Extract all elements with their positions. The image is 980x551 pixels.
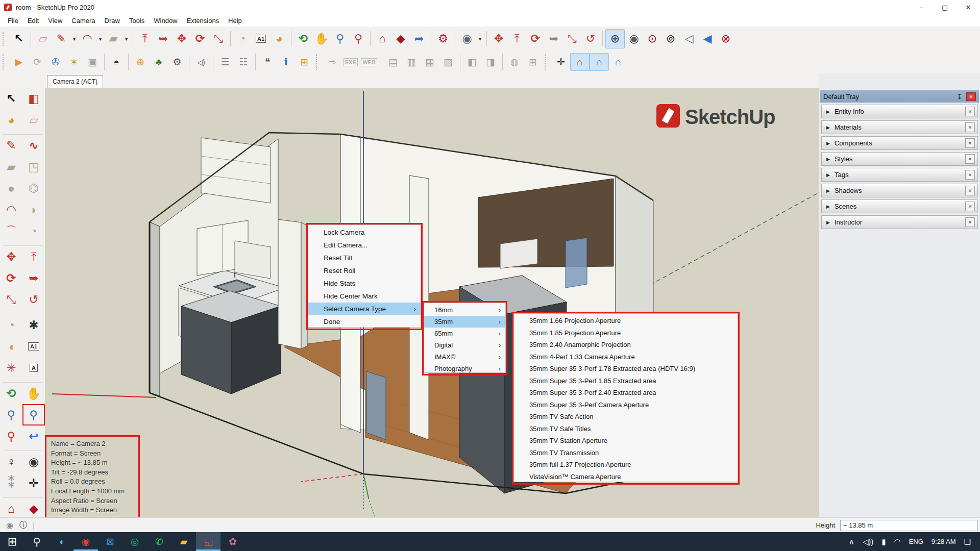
tray-section[interactable]: ▶ Scenes ✕	[821, 199, 978, 213]
push-pull-tool-icon[interactable]: ⤒	[22, 246, 45, 267]
outlook-icon[interactable]: ⊠	[98, 532, 122, 551]
extension-warehouse-icon[interactable]: ◆	[391, 30, 410, 48]
tray-close-button[interactable]: ✕	[966, 92, 976, 101]
section-close-button[interactable]: ✕	[965, 217, 975, 227]
section-close-button[interactable]: ✕	[965, 202, 975, 211]
enscape-objects-icon[interactable]: ⊕	[131, 54, 150, 70]
submenu-item[interactable]: 16mm ›	[424, 304, 505, 316]
extension-warehouse-icon[interactable]: ◆	[22, 498, 45, 519]
enscape-asset-library-icon[interactable]: ♣	[150, 54, 168, 70]
follow-me-tool-icon[interactable]: ➥	[22, 267, 45, 289]
tape-measure-tool-icon[interactable]: ◔	[233, 30, 252, 48]
position-camera-icon[interactable]: ♀	[0, 451, 22, 472]
arc-tool-dropdown[interactable]: ▾	[96, 30, 104, 48]
enscape-sync-icon[interactable]: ⟳	[28, 54, 46, 70]
menu-item[interactable]: File	[3, 17, 23, 24]
globe-icon[interactable]: ◍	[505, 54, 524, 70]
aperture-menu-item[interactable]: 35mm Super 35 3-Perf 2.40 Extracted area	[514, 387, 738, 399]
context-menu-item[interactable]: Edit Camera...	[308, 239, 421, 252]
tray-chevron-icon[interactable]: ∧	[845, 537, 859, 546]
pie-tool-icon[interactable]: ◔	[22, 220, 45, 242]
expand-arrow-icon[interactable]: ▶	[826, 172, 830, 178]
offset-tool-icon[interactable]: ↺	[581, 30, 600, 48]
aperture-menu-item[interactable]: 35mm TV Station Aperture	[514, 435, 738, 447]
export-web-icon[interactable]: WEB	[360, 54, 378, 70]
tray-header[interactable]: Default Tray ↧ ✕	[820, 90, 979, 103]
3d-warehouse-icon[interactable]: ⌂	[0, 498, 22, 519]
move-tool-large-icon[interactable]: ✥	[489, 30, 508, 48]
camera-aspect-bars-icon[interactable]: ⊗	[717, 30, 735, 48]
submenu-item[interactable]: 65mm ›	[424, 328, 505, 339]
chrome-icon[interactable]: ◉	[74, 532, 98, 551]
three-point-arc-icon[interactable]: ⌒	[0, 220, 22, 242]
menu-item[interactable]: Window	[149, 17, 182, 24]
context-menu-item[interactable]: Reset Tilt	[308, 252, 421, 264]
section-cut-icon[interactable]: ⌂	[590, 53, 609, 71]
enscape-favorite-view-icon[interactable]: ✶	[65, 54, 83, 70]
section-close-button[interactable]: ✕	[965, 170, 975, 180]
expand-arrow-icon[interactable]: ▶	[826, 125, 830, 130]
arc-tool-icon[interactable]: ◠	[0, 199, 22, 220]
enscape-sound-icon[interactable]: ◁)	[192, 54, 210, 70]
line-tool-dropdown[interactable]: ▾	[70, 30, 78, 48]
tray-section[interactable]: ▶ Materials ✕	[821, 120, 978, 134]
line-tool-icon[interactable]: ✎	[52, 30, 70, 48]
feedback-icon[interactable]: ❝	[258, 54, 277, 70]
section-close-button[interactable]: ✕	[965, 122, 975, 132]
context-menu-item[interactable]: Lock Camera	[308, 226, 421, 239]
video-open-icon[interactable]: ▥	[402, 54, 421, 70]
tape-measure-tool-icon[interactable]: ◔	[0, 314, 22, 336]
submenu-item[interactable]: IMAX© ›	[424, 351, 505, 363]
account-icon[interactable]: ◉	[458, 30, 476, 48]
two-point-arc-icon[interactable]: ◗	[22, 199, 45, 220]
offset-tool-icon[interactable]: ↺	[22, 289, 45, 310]
aperture-menu-item[interactable]: 35mm 4-Perf 1.33 Camera Aperture	[514, 351, 738, 363]
look-through-camera-icon[interactable]: ◉	[625, 30, 643, 48]
tray-section[interactable]: ▶ Styles ✕	[821, 152, 978, 166]
extension-manager-icon[interactable]: ⚙	[434, 30, 452, 48]
scene-tab-camera2[interactable]: Camera 2 (ACT)	[47, 75, 103, 88]
follow-me-tool-icon[interactable]: ➥	[154, 30, 173, 48]
zoom-tool-icon[interactable]: ⚲	[0, 404, 22, 425]
enscape-video-sync-icon[interactable]: ✇	[46, 54, 65, 70]
camera-frustum-lines-icon[interactable]: ◁	[680, 30, 698, 48]
context-menu-item[interactable]: Reset Roll	[308, 264, 421, 277]
language-indicator[interactable]: ENG	[905, 538, 927, 545]
aperture-menu-item[interactable]: 35mm 1.66 Projection Aperture	[514, 315, 738, 327]
rotate-tool-icon[interactable]: ⟳	[0, 267, 22, 289]
orbit-tool-icon[interactable]: ⟲	[294, 30, 312, 48]
menu-item[interactable]: Draw	[100, 17, 125, 24]
expand-arrow-icon[interactable]: ▶	[826, 204, 830, 209]
whatsapp-icon[interactable]: ✆	[147, 532, 172, 551]
3d-warehouse-icon[interactable]: ⌂	[373, 30, 391, 48]
zoom-tool-icon[interactable]: ⚲	[331, 30, 349, 48]
polygon-tool-icon[interactable]: ⌬	[22, 178, 45, 199]
enscape-vr-icon[interactable]: ◓	[107, 54, 126, 70]
minimize-button[interactable]: –	[910, 0, 933, 14]
paint3d-icon[interactable]: ✿	[220, 532, 245, 551]
previous-view-icon[interactable]: ↩	[22, 425, 45, 447]
pan-tool-icon[interactable]: ✋	[22, 383, 45, 404]
arc-tool-icon[interactable]: ◠	[78, 30, 96, 48]
height-input[interactable]	[840, 520, 978, 531]
context-menu-item[interactable]: Hide Center Mark	[308, 290, 421, 303]
move-tool-icon[interactable]: ✥	[0, 246, 22, 267]
menu-item[interactable]: Edit	[23, 17, 43, 24]
section-close-button[interactable]: ✕	[965, 186, 975, 195]
tray-section[interactable]: ▶ Tags ✕	[821, 168, 978, 182]
paint-bucket-tool-icon[interactable]: ◕	[270, 30, 288, 48]
edge-icon[interactable]: ◖	[49, 532, 74, 551]
spotify-icon[interactable]: ◎	[122, 532, 147, 551]
look-around-icon[interactable]: ◉	[22, 451, 45, 472]
about-info-icon[interactable]: ℹ	[277, 54, 295, 70]
aperture-menu-item[interactable]: 35mm Super 35 3-Perf 1.78 Extracted area…	[514, 363, 738, 375]
rotate-tool-large-icon[interactable]: ⟳	[526, 30, 545, 48]
geolocation-icon[interactable]: ◉	[6, 520, 13, 530]
eraser-tool-icon[interactable]: ▱	[34, 30, 52, 48]
rotate-tool-icon[interactable]: ⟳	[191, 30, 209, 48]
context-menu-item[interactable]: Hide Stats	[308, 277, 421, 290]
video-download-icon[interactable]: ▧	[439, 54, 457, 70]
panorama-view-icon[interactable]: ◧	[463, 54, 481, 70]
enscape-screenshot-icon[interactable]: ▣	[83, 54, 102, 70]
submenu-item[interactable]: Digital ›	[424, 339, 505, 351]
